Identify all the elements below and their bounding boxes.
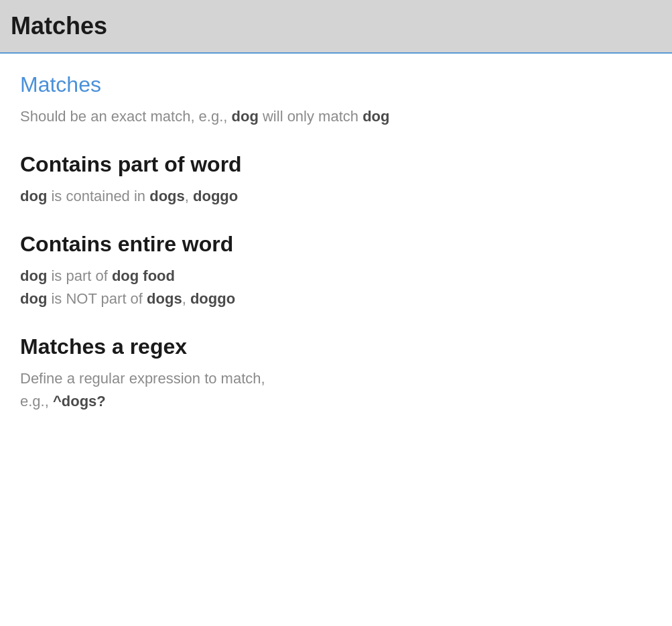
content-area: Matches Should be an exact match, e.g., … [0,54,672,456]
header: Matches [0,0,672,54]
section-matches-regex-heading: Matches a regex [20,334,652,359]
section-contains-part-body: dog is contained in dogs, doggo [20,185,652,208]
section-matches-heading: Matches [20,72,652,97]
section-contains-part-heading: Contains part of word [20,152,652,177]
section-matches-regex: Matches a regex Define a regular express… [20,334,652,413]
section-matches-regex-body: Define a regular expression to match, e.… [20,367,652,413]
section-contains-entire-heading: Contains entire word [20,232,652,257]
section-contains-part: Contains part of word dog is contained i… [20,152,652,208]
section-contains-entire-body: dog is part of dog food dog is NOT part … [20,265,652,310]
section-contains-entire: Contains entire word dog is part of dog … [20,232,652,310]
section-matches-body: Should be an exact match, e.g., dog will… [20,105,652,128]
section-matches: Matches Should be an exact match, e.g., … [20,72,652,128]
header-title: Matches [11,12,107,40]
